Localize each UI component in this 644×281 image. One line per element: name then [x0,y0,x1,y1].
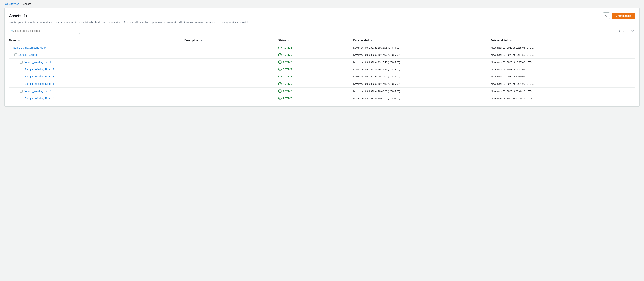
cell-description [184,73,278,80]
cell-date-created: November 09, 2023 at 19:17:56 (UTC-5:00) [353,51,491,58]
breadcrumb-separator: › [21,2,22,5]
table-row: Sample_Welding Robot 3✓ACTIVENovember 09… [9,73,635,80]
create-asset-button[interactable]: Create asset [612,13,635,19]
title-group: Assets (1) [9,14,27,18]
status-text: ACTIVE [283,75,292,78]
asset-name-link[interactable]: Sample_Welding Robot 3 [25,75,54,78]
cell-name: −Sample_Chicago [9,51,184,58]
col-header-date-modified: Date modified ▼ [491,37,635,44]
cell-description [184,58,278,66]
asset-name-link[interactable]: Sample_Welding Line 2 [24,90,51,93]
table-row: Sample_Welding Robot 4✓ACTIVENovember 09… [9,95,635,102]
search-input[interactable] [9,28,80,34]
breadcrumb-home-link[interactable]: IoT SiteWise [4,2,19,5]
status-active-icon: ✓ [278,97,282,100]
cell-status: ✓ACTIVE [278,58,354,66]
status-text: ACTIVE [283,90,292,93]
cell-date-created: November 09, 2023 at 20:40:20 (UTC-5:00) [353,87,491,95]
cell-date-created: November 09, 2023 at 19:17:39 (UTC-5:00) [353,66,491,73]
col-header-description: Description ▼ [184,37,278,44]
status-active-icon: ✓ [278,82,282,85]
cell-status: ✓ACTIVE [278,51,354,58]
cell-name: Sample_Welding Robot 3 [9,73,184,80]
col-header-status: Status ▼ [278,37,354,44]
expand-icon[interactable]: − [9,46,12,49]
cell-date-created: November 09, 2023 at 20:40:02 (UTC-5:00) [353,73,491,80]
assets-table: Name ▼ Description ▼ Status ▼ Date creat… [9,37,635,102]
cell-description [184,44,278,51]
cell-name: Sample_Welding Robot 2 [9,66,184,73]
expand-icon[interactable]: − [20,61,22,63]
status-active-icon: ✓ [278,75,282,78]
cell-date-created: November 09, 2023 at 19:17:48 (UTC-5:00) [353,58,491,66]
asset-name-link[interactable]: Sample_Welding Robot 4 [25,97,54,100]
cell-description [184,95,278,102]
status-active-icon: ✓ [278,68,282,71]
cell-name: Sample_Welding Robot 4 [9,95,184,102]
col-header-date-created: Date created ▼ [353,37,491,44]
sort-icon-name: ▼ [18,39,20,42]
pagination-current-page: 1 [622,29,624,32]
asset-name-link[interactable]: Sample_Welding Line 1 [24,61,51,63]
status-active-icon: ✓ [278,60,282,64]
assets-panel: Assets (1) ↻ Create asset Assets represe… [4,8,640,107]
cell-name: Sample_Welding Robot 1 [9,80,184,87]
cell-status: ✓ACTIVE [278,95,354,102]
cell-name: −Sample_Welding Line 2 [9,87,184,95]
header-row: Assets (1) ↻ Create asset [9,12,635,19]
pagination-prev-button[interactable]: ‹ [618,29,621,33]
cell-name: −Sample_Welding Line 1 [9,58,184,66]
status-active-icon: ✓ [278,53,282,56]
status-text: ACTIVE [283,82,292,85]
cell-description [184,51,278,58]
asset-name-link[interactable]: Sample_Chicago [18,53,38,56]
cell-description [184,80,278,87]
page-title-text: Assets [9,14,22,18]
sort-icon-desc: ▼ [200,39,202,42]
search-container: 🔍 [9,28,80,34]
cell-date-modified: November 09, 2023 at 20:40:20 (UTC-... [491,87,635,95]
page-description: Assets represent industrial devices and … [9,21,270,24]
status-active-icon: ✓ [278,89,282,93]
table-row: −Sample_AnyCompany Motor✓ACTIVENovember … [9,44,635,51]
asset-name-link[interactable]: Sample_Welding Robot 1 [25,82,54,85]
count-badge: (1) [22,14,27,18]
asset-name-link[interactable]: Sample_Welding Robot 2 [25,68,54,71]
table-header: Name ▼ Description ▼ Status ▼ Date creat… [9,37,635,44]
header-actions: ↻ Create asset [603,12,635,19]
cell-date-modified: November 09, 2023 at 20:40:02 (UTC-... [491,73,635,80]
cell-status: ✓ACTIVE [278,73,354,80]
status-active-icon: ✓ [278,46,282,49]
cell-date-created: November 09, 2023 at 19:18:05 (UTC-5:00) [353,44,491,51]
table-body: −Sample_AnyCompany Motor✓ACTIVENovember … [9,44,635,102]
cell-status: ✓ACTIVE [278,87,354,95]
cell-description [184,87,278,95]
cell-date-modified: November 09, 2023 at 19:18:05 (UTC-... [491,44,635,51]
cell-date-modified: November 09, 2023 at 19:17:48 (UTC-... [491,58,635,66]
refresh-button[interactable]: ↻ [603,12,610,19]
pagination-settings-button[interactable]: ⚙ [630,29,635,33]
pagination-next-button[interactable]: › [626,29,628,33]
status-text: ACTIVE [283,97,292,100]
expand-icon[interactable]: − [14,53,17,56]
sort-icon-status: ▼ [288,39,290,42]
asset-name-link[interactable]: Sample_AnyCompany Motor [13,46,46,49]
expand-icon[interactable]: − [20,90,22,93]
cell-status: ✓ACTIVE [278,66,354,73]
cell-date-modified: November 09, 2023 at 19:51:05 (UTC-... [491,66,635,73]
cell-date-modified: November 09, 2023 at 19:17:56 (UTC-... [491,51,635,58]
status-text: ACTIVE [283,46,292,49]
status-text: ACTIVE [283,53,292,56]
col-header-name: Name ▼ [9,37,184,44]
table-row: −Sample_Welding Line 2✓ACTIVENovember 09… [9,87,635,95]
breadcrumb-current: Assets [23,2,31,5]
cell-description [184,66,278,73]
cell-status: ✓ACTIVE [278,44,354,51]
table-row: −Sample_Welding Line 1✓ACTIVENovember 09… [9,58,635,66]
table-row: Sample_Welding Robot 2✓ACTIVENovember 09… [9,66,635,73]
sort-icon-created: ▼ [371,39,372,42]
search-row: 🔍 ‹ 1 › ⚙ [9,28,635,34]
page-title: Assets (1) [9,14,27,18]
status-text: ACTIVE [283,68,292,71]
cell-name: −Sample_AnyCompany Motor [9,44,184,51]
